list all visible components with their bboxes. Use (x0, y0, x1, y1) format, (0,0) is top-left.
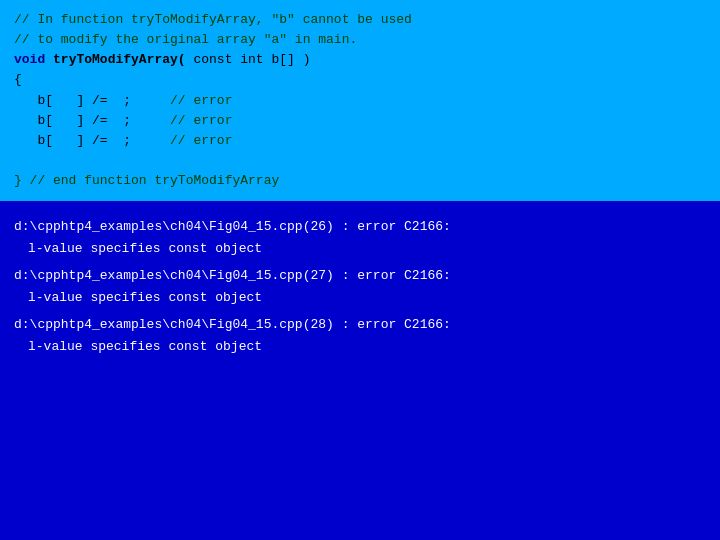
error-path-2: d:\cpphtp4_examples\ch04\Fig04_15.cpp(27… (14, 266, 706, 286)
code-comment-end: } // end function tryToModifyArray (14, 173, 279, 188)
code-line-5: b[ ] /= ; // error (14, 93, 232, 108)
error-desc-2: l-value specifies const object (14, 288, 706, 308)
code-line-3: void tryToModifyArray( const int b[] ) (14, 52, 310, 67)
error-path-1: d:\cpphtp4_examples\ch04\Fig04_15.cpp(26… (14, 217, 706, 237)
code-line-7: b[ ] /= ; // error (14, 133, 232, 148)
output-section: d:\cpphtp4_examples\ch04\Fig04_15.cpp(26… (0, 205, 720, 376)
code-comment-2: // to modify the original array "a" in m… (14, 32, 357, 47)
code-section: // In function tryToModifyArray, "b" can… (0, 0, 720, 201)
code-comment-1: // In function tryToModifyArray, "b" can… (14, 12, 412, 27)
code-line-4: { (14, 72, 22, 87)
error-path-3: d:\cpphtp4_examples\ch04\Fig04_15.cpp(28… (14, 315, 706, 335)
error-desc-3: l-value specifies const object (14, 337, 706, 357)
error-desc-1: l-value specifies const object (14, 239, 706, 259)
code-block: // In function tryToModifyArray, "b" can… (14, 10, 706, 191)
code-line-6: b[ ] /= ; // error (14, 113, 232, 128)
